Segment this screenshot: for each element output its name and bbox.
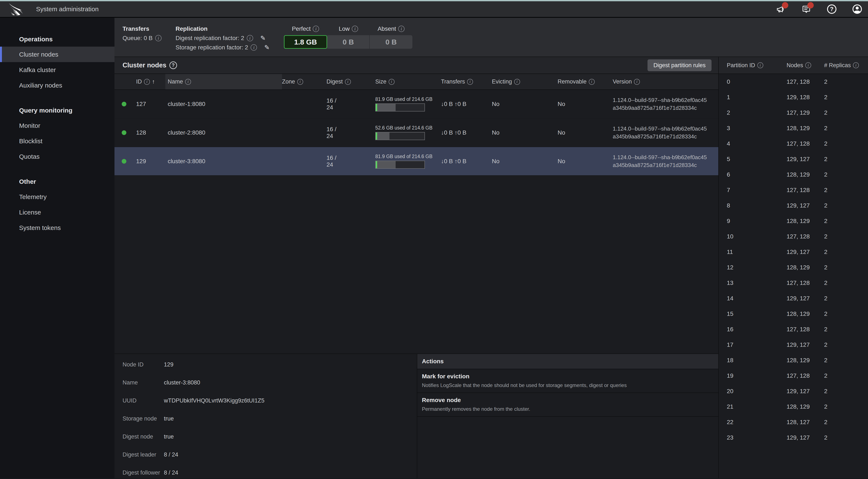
partition-row[interactable]: 0127, 1282 <box>719 74 868 90</box>
help-circle-icon[interactable]: ? <box>169 61 177 69</box>
sidebar-item-monitor[interactable]: Monitor <box>0 118 115 133</box>
partition-row[interactable]: 13127, 1282 <box>719 275 868 291</box>
action-items: Mark for evictionNotifies LogScale that … <box>417 369 718 417</box>
segment-perfect: Perfecti1.8 GB <box>284 24 327 57</box>
partition-row[interactable]: 14129, 1272 <box>719 291 868 306</box>
partition-row[interactable]: 4127, 1282 <box>719 136 868 151</box>
column-header-size[interactable]: Sizei <box>375 74 441 90</box>
messages-icon[interactable] <box>801 4 811 14</box>
column-header-label: Digest <box>327 78 343 85</box>
info-icon[interactable]: i <box>185 79 191 85</box>
sidebar-item-auxiliary-nodes[interactable]: Auxiliary nodes <box>0 77 115 93</box>
column-header-evicting[interactable]: Evictingi <box>492 74 558 90</box>
info-icon[interactable]: i <box>345 79 351 85</box>
detail-label: Storage node <box>123 415 164 422</box>
partition-row[interactable]: 20129, 1272 <box>719 383 868 399</box>
partition-row[interactable]: 23129, 1272 <box>719 430 868 445</box>
partition-row[interactable]: 8129, 1272 <box>719 198 868 213</box>
column-header-version[interactable]: Versioni <box>613 74 718 90</box>
partition-column-header[interactable]: # Replicasi <box>824 57 868 73</box>
edit-storage-replication-icon[interactable]: ✎ <box>264 43 270 52</box>
partition-nodes-cell: 129, 127 <box>786 151 824 167</box>
size-bar-accent <box>376 104 377 111</box>
partition-replicas-cell: 2 <box>824 352 868 368</box>
partition-nodes-cell: 127, 128 <box>786 229 824 244</box>
partition-row[interactable]: 21128, 1292 <box>719 399 868 414</box>
partition-row[interactable]: 3128, 1292 <box>719 120 868 136</box>
table-row[interactable]: 129cluster-3:808016 / 2481.9 GB used of … <box>115 147 718 176</box>
sidebar-item-system-tokens[interactable]: System tokens <box>0 220 115 235</box>
info-icon[interactable]: i <box>467 79 473 85</box>
column-header-label: Partition ID <box>727 62 755 69</box>
column-header-removable[interactable]: Removablei <box>558 74 613 90</box>
action-mark-for-eviction[interactable]: Mark for evictionNotifies LogScale that … <box>417 369 718 393</box>
info-icon[interactable]: i <box>853 62 859 68</box>
info-icon[interactable]: i <box>251 44 257 51</box>
node-id-cell: 129 <box>133 147 165 175</box>
partition-row[interactable]: 12128, 1292 <box>719 260 868 275</box>
partition-id-cell: 12 <box>727 260 786 275</box>
info-icon[interactable]: i <box>514 79 520 85</box>
action-remove-node[interactable]: Remove nodePermanently removes the node … <box>417 393 718 417</box>
partition-row[interactable]: 1129, 1282 <box>719 90 868 105</box>
partition-id-cell: 7 <box>727 182 786 198</box>
sidebar-item-quotas[interactable]: Quotas <box>0 149 115 164</box>
help-icon[interactable]: ? <box>827 4 837 14</box>
partition-column-header[interactable]: Nodesi <box>786 57 824 73</box>
partition-row[interactable]: 10127, 1282 <box>719 229 868 244</box>
sidebar-item-telemetry[interactable]: Telemetry <box>0 189 115 204</box>
sort-ascending-icon[interactable]: ↑ <box>152 78 155 85</box>
partition-row[interactable]: 5129, 1272 <box>719 151 868 167</box>
info-icon[interactable]: i <box>247 35 253 41</box>
column-header-name[interactable]: Namei <box>165 74 282 90</box>
table-row[interactable]: 127cluster-1:808016 / 2481.9 GB used of … <box>115 90 718 119</box>
info-icon[interactable]: i <box>589 79 595 85</box>
edit-digest-replication-icon[interactable]: ✎ <box>260 33 266 43</box>
size-usage-label: 52.6 GB used of 214.6 GB <box>375 125 433 131</box>
sidebar-item-kafka-cluster[interactable]: Kafka cluster <box>0 62 115 77</box>
sidebar-item-license[interactable]: License <box>0 204 115 220</box>
info-icon[interactable]: i <box>398 26 405 32</box>
segment-label: Perfecti <box>284 24 327 33</box>
partition-row[interactable]: 17129, 1272 <box>719 337 868 352</box>
digest-partition-rules-button[interactable]: Digest partition rules <box>648 59 712 71</box>
column-header-digest[interactable]: Digesti <box>327 74 375 90</box>
column-header-label: ID <box>136 78 142 85</box>
column-header-zone[interactable]: Zonei <box>282 74 327 90</box>
info-icon[interactable]: i <box>297 79 303 85</box>
info-icon[interactable]: i <box>634 79 640 85</box>
partition-row[interactable]: 22128, 1272 <box>719 414 868 430</box>
partition-row[interactable]: 6128, 1292 <box>719 167 868 182</box>
partition-row[interactable]: 7127, 1282 <box>719 182 868 198</box>
info-icon[interactable]: i <box>313 26 319 32</box>
column-header-id[interactable]: IDi↑ <box>133 74 165 90</box>
size-bar-fill <box>377 104 396 111</box>
partition-nodes-cell: 128, 127 <box>786 414 824 430</box>
info-icon[interactable]: i <box>757 62 763 68</box>
partition-row[interactable]: 2127, 1292 <box>719 105 868 120</box>
announcements-icon[interactable] <box>776 4 786 14</box>
partition-column-header[interactable]: Partition IDi <box>727 57 786 73</box>
partition-row[interactable]: 15128, 1292 <box>719 306 868 322</box>
partition-row[interactable]: 18128, 1292 <box>719 352 868 368</box>
table-row[interactable]: 128cluster-2:808016 / 2452.6 GB used of … <box>115 119 718 147</box>
partition-row[interactable]: 11129, 1272 <box>719 244 868 260</box>
info-icon[interactable]: i <box>155 35 161 41</box>
sidebar-item-cluster-nodes[interactable]: Cluster nodes <box>0 46 115 62</box>
account-icon[interactable] <box>852 4 862 14</box>
partition-nodes-cell: 129, 127 <box>786 430 824 445</box>
info-icon[interactable]: i <box>352 26 358 32</box>
node-details-panel: Node ID129Namecluster-3:8080UUIDwTDPUbkI… <box>115 354 417 478</box>
partition-row[interactable]: 9128, 1292 <box>719 213 868 229</box>
column-header-transfers[interactable]: Transfersi <box>441 74 492 90</box>
partition-row[interactable]: 19127, 1282 <box>719 368 868 383</box>
sidebar-item-blocklist[interactable]: Blocklist <box>0 133 115 149</box>
node-id-cell: 127 <box>133 90 165 118</box>
info-icon[interactable]: i <box>805 62 811 68</box>
detail-value: true <box>164 415 174 422</box>
info-icon[interactable]: i <box>144 79 150 85</box>
info-icon[interactable]: i <box>389 79 395 85</box>
partition-row[interactable]: 16127, 1282 <box>719 322 868 337</box>
node-transfers-cell: ↓0 B ↑0 B <box>441 119 492 147</box>
node-transfers-cell: ↓0 B ↑0 B <box>441 147 492 175</box>
